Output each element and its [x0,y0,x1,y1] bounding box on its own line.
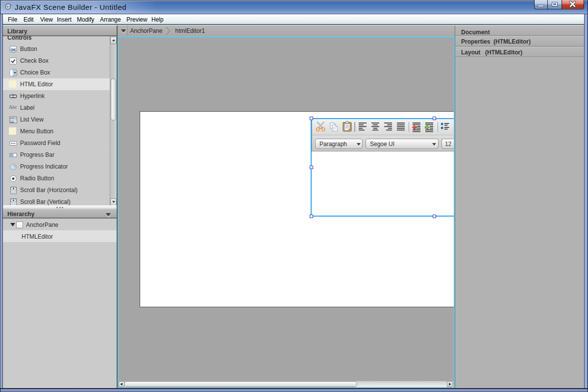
svg-text:OK: OK [11,48,16,51]
